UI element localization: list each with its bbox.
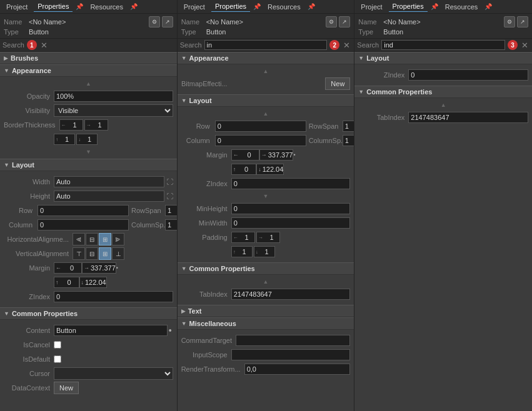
cursor-label: Cursor (4, 370, 54, 377)
tab-project-1[interactable]: Project (3, 2, 31, 12)
tab-project-3[interactable]: Project (357, 2, 386, 12)
tabindex-input-2[interactable] (231, 289, 351, 300)
margin-bottom-field[interactable]: ↓ 122.04 (79, 277, 107, 288)
tab-pin-icon-r1[interactable]: 📌 (129, 2, 138, 11)
collapse-up-layout-2[interactable]: ▲ (181, 109, 351, 118)
name-icon-3a[interactable]: ⚙ (504, 16, 515, 27)
pad-right[interactable]: → 1 (256, 232, 280, 243)
rowspan-input-1[interactable] (165, 205, 177, 216)
rowspan-input-2[interactable] (343, 121, 354, 132)
margin-left-field[interactable]: ← 0 (54, 262, 82, 274)
search-input-3[interactable] (381, 40, 505, 50)
section-common-header-1[interactable]: ▼ Common Properties (0, 307, 177, 320)
search-clear-1[interactable]: ✕ (39, 41, 49, 50)
tab-pin-icon-r2[interactable]: 📌 (307, 2, 316, 11)
collapse-down-1[interactable]: ▼ (4, 147, 173, 156)
pad-left[interactable]: ← 1 (231, 232, 255, 243)
pad-bottom[interactable]: ↓ 1 (254, 246, 275, 257)
rendertransform-input[interactable] (244, 364, 351, 375)
zindex-input-2[interactable] (231, 178, 351, 189)
section-appearance-header-1[interactable]: ▼ Appearance (0, 64, 177, 77)
collapse-up-common-3[interactable]: ▲ (358, 101, 528, 109)
row-input-1[interactable] (38, 205, 129, 216)
name-icon-2a[interactable]: ⚙ (326, 16, 337, 27)
name-icon-1[interactable]: ⚙ (149, 16, 160, 27)
margin-bottom-field-2[interactable]: ↓ 122.04 (256, 164, 284, 175)
bt-top[interactable]: ↑ 1 (54, 134, 75, 145)
pad-top[interactable]: ↑ 1 (231, 246, 253, 257)
zindex-input-3[interactable] (408, 69, 528, 81)
name-icon-2[interactable]: ↗ (162, 16, 173, 27)
section-layout-header-2[interactable]: ▼ Layout (178, 94, 354, 107)
halign-left[interactable]: ⫷ (73, 233, 85, 245)
isdefault-checkbox[interactable] (54, 355, 61, 363)
tabindex-input-3[interactable] (408, 112, 528, 123)
iscancel-checkbox[interactable] (54, 341, 61, 349)
valign-stretch[interactable]: ⊞ (99, 247, 111, 260)
tab-pin-icon-1[interactable]: 📌 (75, 2, 84, 11)
bt-bottom[interactable]: ↓ 1 (76, 134, 98, 145)
tab-pin-icon-2[interactable]: 📌 (253, 2, 261, 11)
height-input[interactable] (54, 191, 164, 202)
section-appearance-header-2[interactable]: ▼ Appearance (178, 52, 354, 64)
name-icon-2b[interactable]: ↗ (339, 16, 350, 27)
section-common-header-3[interactable]: ▼ Common Properties (354, 86, 532, 98)
tab-properties-3[interactable]: Properties (389, 1, 428, 12)
bitmap-new-btn[interactable]: New (325, 77, 350, 90)
width-expand[interactable]: ⛶ (166, 178, 173, 186)
valign-center[interactable]: ⊟ (86, 247, 98, 260)
col-input-1[interactable] (38, 219, 129, 230)
valign-top[interactable]: ⊤ (73, 247, 85, 260)
collapse-down-2[interactable]: ▼ (181, 192, 351, 201)
tab-resources-1[interactable]: Resources (86, 2, 127, 12)
name-icon-3b[interactable]: ↗ (517, 16, 528, 27)
margin-top-field[interactable]: ↑ 0 (54, 277, 79, 288)
search-clear-2[interactable]: ✕ (342, 41, 351, 50)
halign-center[interactable]: ⊟ (86, 233, 98, 245)
margin-right-field-2[interactable]: → 337.377 (259, 149, 294, 161)
tab-properties-1[interactable]: Properties (34, 1, 73, 12)
colspan-input-2[interactable] (343, 135, 354, 146)
colspan-input-1[interactable] (165, 219, 177, 230)
visibility-select[interactable]: Visible (54, 104, 173, 117)
margin-right-field[interactable]: → 337.377 (82, 262, 116, 274)
content-dot[interactable]: • (168, 325, 173, 335)
section-layout-header-1[interactable]: ▼ Layout (0, 159, 177, 171)
search-input-2[interactable] (204, 40, 328, 50)
datacontext-new-btn[interactable]: New (54, 382, 79, 394)
bt-left[interactable]: ← 1 (59, 119, 83, 131)
section-layout-header-3[interactable]: ▼ Layout (354, 52, 532, 64)
halign-stretch[interactable]: ⊞ (99, 233, 111, 245)
margin-left-field-2[interactable]: ← 0 (231, 149, 259, 161)
tab-project-2[interactable]: Project (180, 2, 209, 12)
halign-right[interactable]: ⫸ (112, 233, 124, 245)
tab-properties-2[interactable]: Properties (211, 1, 250, 12)
tab-resources-3[interactable]: Resources (441, 2, 482, 12)
collapse-up-common-2[interactable]: ▲ (181, 277, 351, 286)
valign-bottom[interactable]: ⊥ (112, 247, 124, 260)
section-text-header[interactable]: ▶ Text (178, 305, 354, 317)
collapse-up-1[interactable]: ▲ (4, 79, 173, 88)
collapse-up-2[interactable]: ▲ (181, 67, 351, 76)
section-misc-header[interactable]: ▼ Miscellaneous (178, 317, 354, 330)
row-input-2[interactable] (215, 121, 306, 132)
minwidth-input[interactable] (231, 217, 351, 229)
height-expand[interactable]: ⛶ (166, 192, 173, 200)
zindex-input-1[interactable] (54, 291, 173, 302)
search-clear-3[interactable]: ✕ (520, 41, 529, 50)
tab-pin-icon-r3[interactable]: 📌 (484, 2, 493, 11)
commandtarget-input[interactable] (236, 335, 350, 346)
inputscope-input[interactable] (231, 349, 351, 360)
tab-pin-icon-3[interactable]: 📌 (430, 2, 439, 11)
margin-top-field-2[interactable]: ↑ 0 (231, 164, 257, 175)
minheight-input[interactable] (231, 203, 351, 214)
section-brushes-header[interactable]: ▶ Brushes (0, 52, 177, 64)
cursor-select[interactable] (54, 367, 173, 380)
content-input[interactable] (54, 325, 168, 336)
tab-resources-2[interactable]: Resources (264, 2, 304, 12)
opacity-input[interactable] (54, 91, 173, 102)
col-input-2[interactable] (215, 135, 306, 146)
section-common-header-2[interactable]: ▼ Common Properties (178, 262, 354, 275)
bt-right[interactable]: → 1 (84, 119, 108, 131)
width-input[interactable] (54, 176, 164, 187)
